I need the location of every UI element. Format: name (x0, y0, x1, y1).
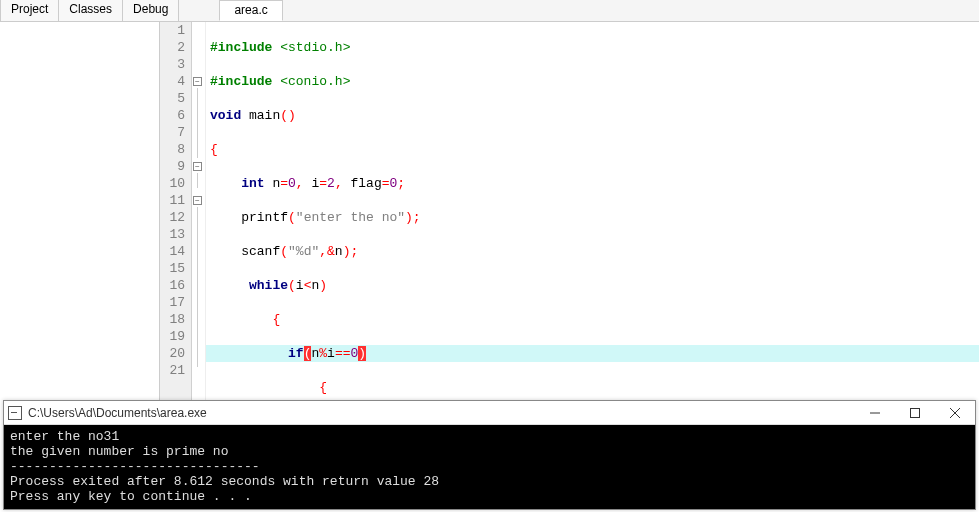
side-tabs: Project Classes Debug (0, 0, 179, 21)
tab-debug[interactable]: Debug (123, 0, 179, 21)
maximize-button[interactable] (895, 401, 935, 425)
line-num: 14 (160, 243, 185, 260)
line-num: 16 (160, 277, 185, 294)
code-line: int n=0, i=2, flag=0; (206, 175, 979, 192)
line-num: 17 (160, 294, 185, 311)
line-num: 15 (160, 260, 185, 277)
code-line-current: if(n%i==0) (206, 345, 979, 362)
console-titlebar[interactable]: C:\Users\Ad\Documents\area.exe (4, 401, 975, 425)
fold-box-icon[interactable]: − (193, 196, 202, 205)
top-panel: Project Classes Debug area.c (0, 0, 979, 22)
console-icon (8, 406, 22, 420)
line-num: 8 (160, 141, 185, 158)
fold-line (197, 88, 198, 158)
line-num: 13 (160, 226, 185, 243)
line-num: 10 (160, 175, 185, 192)
line-number-gutter: 1 2 3 4 5 6 7 8 9 10 11 12 13 14 15 16 1… (160, 22, 192, 400)
minimize-button[interactable] (855, 401, 895, 425)
fold-box-icon[interactable]: − (193, 77, 202, 86)
code-line: while(i<n) (206, 277, 979, 294)
console-title: C:\Users\Ad\Documents\area.exe (28, 406, 855, 420)
line-num: 9 (160, 158, 185, 175)
svg-rect-1 (911, 408, 920, 417)
window-buttons (855, 401, 975, 425)
console-line: -------------------------------- (10, 459, 260, 474)
console-output[interactable]: enter the no31 the given number is prime… (4, 425, 975, 509)
tab-classes[interactable]: Classes (59, 0, 123, 21)
line-num: 5 (160, 90, 185, 107)
line-num: 12 (160, 209, 185, 226)
line-num: 18 (160, 311, 185, 328)
editor-tab-active[interactable]: area.c (219, 0, 282, 21)
code-line: { (206, 379, 979, 396)
code-area[interactable]: #include <stdio.h> #include <conio.h> vo… (206, 22, 979, 400)
line-num: 3 (160, 56, 185, 73)
code-line: printf("enter the no"); (206, 209, 979, 226)
minimize-icon (870, 408, 880, 418)
console-line: Press any key to continue . . . (10, 489, 252, 504)
maximize-icon (910, 408, 920, 418)
code-line: #include <conio.h> (206, 73, 979, 90)
tab-project[interactable]: Project (0, 0, 59, 21)
close-icon (950, 408, 960, 418)
code-line: { (206, 311, 979, 328)
code-line: void main() (206, 107, 979, 124)
console-line: enter the no31 (10, 429, 119, 444)
line-num: 20 (160, 345, 185, 362)
line-num: 19 (160, 328, 185, 345)
line-num: 6 (160, 107, 185, 124)
code-line: scanf("%d",&n); (206, 243, 979, 260)
code-line: #include <stdio.h> (206, 39, 979, 56)
fold-line (197, 207, 198, 367)
close-button[interactable] (935, 401, 975, 425)
fold-line (197, 173, 198, 188)
fold-box-icon[interactable]: − (193, 162, 202, 171)
console-window: C:\Users\Ad\Documents\area.exe enter the… (3, 400, 976, 510)
console-line: the given number is prime no (10, 444, 228, 459)
line-num: 21 (160, 362, 185, 379)
code-line: { (206, 141, 979, 158)
line-num: 2 (160, 39, 185, 56)
line-num: 1 (160, 22, 185, 39)
code-editor[interactable]: 1 2 3 4 5 6 7 8 9 10 11 12 13 14 15 16 1… (160, 22, 979, 400)
main-area: 1 2 3 4 5 6 7 8 9 10 11 12 13 14 15 16 1… (0, 22, 979, 400)
fold-column: − − − (192, 22, 206, 400)
line-num: 4 (160, 73, 185, 90)
project-pane[interactable] (0, 22, 160, 400)
console-line: Process exited after 8.612 seconds with … (10, 474, 439, 489)
editor-tab-bar: area.c (179, 0, 979, 21)
line-num: 7 (160, 124, 185, 141)
line-num: 11 (160, 192, 185, 209)
